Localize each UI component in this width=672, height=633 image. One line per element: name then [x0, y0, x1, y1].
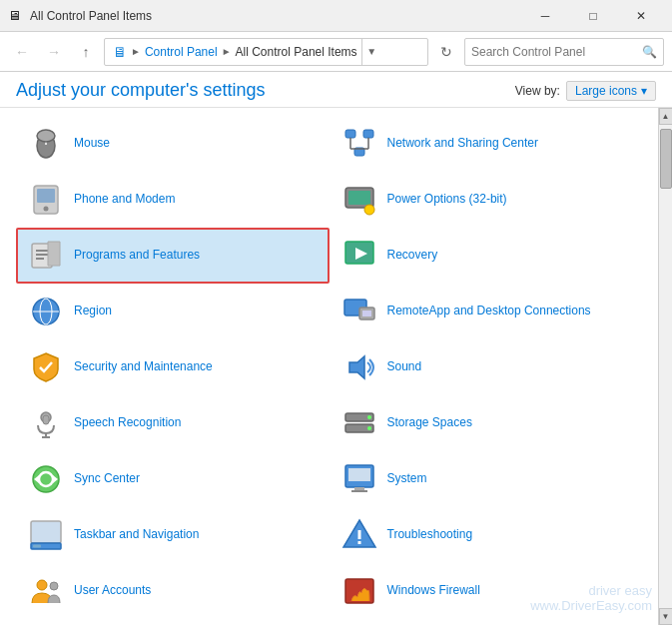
svg-rect-17 — [36, 250, 48, 252]
close-button[interactable]: ✕ — [618, 0, 664, 32]
cp-item-label-speech-recognition: Speech Recognition — [74, 415, 181, 431]
cp-item-icon-recovery — [339, 236, 379, 276]
cp-item-programs-features[interactable]: Programs and Features — [16, 228, 330, 284]
cp-item-icon-speech-recognition — [26, 403, 66, 443]
cp-item-label-network-sharing: Network and Sharing Center — [387, 136, 538, 152]
breadcrumb-control-panel[interactable]: Control Panel — [145, 45, 218, 59]
cp-item-icon-remoteapp — [339, 292, 379, 331]
svg-point-12 — [44, 207, 49, 212]
page-title: Adjust your computer's settings — [16, 80, 266, 101]
cp-item-label-power-options: Power Options (32-bit) — [387, 192, 507, 208]
cp-item-user-accounts[interactable]: User Accounts — [16, 563, 330, 619]
cp-item-icon-phone-modem — [26, 180, 66, 220]
view-mode-dropdown[interactable]: Large icons ▾ — [566, 81, 656, 101]
search-submit-button[interactable]: 🔍 — [635, 39, 663, 65]
svg-rect-42 — [348, 468, 370, 481]
svg-rect-49 — [357, 530, 360, 539]
cp-item-taskbar-navigation[interactable]: Taskbar and Navigation — [16, 507, 330, 563]
view-mode-arrow: ▾ — [641, 84, 647, 98]
svg-point-2 — [37, 130, 55, 142]
breadcrumb-dropdown[interactable]: ▼ — [361, 38, 381, 66]
cp-item-label-region: Region — [74, 304, 112, 319]
search-box: 🔍 — [464, 38, 664, 66]
cp-item-icon-sync-center — [26, 459, 66, 499]
window-title: All Control Panel Items — [30, 9, 522, 23]
cp-item-speech-recognition[interactable]: Speech Recognition — [16, 395, 330, 451]
breadcrumb: 🖥 ► Control Panel ► All Control Panel It… — [104, 38, 428, 66]
cp-item-label-phone-modem: Phone and Modem — [74, 192, 175, 208]
breadcrumb-all-items[interactable]: All Control Panel Items — [236, 45, 357, 59]
svg-rect-28 — [362, 311, 371, 316]
cp-item-windows-to-go[interactable]: Windows To Go — [16, 619, 330, 625]
cp-item-recovery[interactable]: Recovery — [330, 228, 643, 284]
svg-rect-14 — [348, 191, 370, 205]
up-button[interactable]: ↑ — [72, 38, 100, 66]
cp-item-icon-taskbar-navigation — [26, 515, 66, 555]
cp-item-label-security-maintenance: Security and Maintenance — [74, 359, 213, 375]
cp-item-region[interactable]: Region — [16, 284, 330, 339]
cp-item-icon-power-options — [339, 180, 379, 220]
cp-item-phone-modem[interactable]: Phone and Modem — [16, 172, 330, 228]
cp-item-icon-storage-spaces — [339, 403, 379, 443]
svg-rect-3 — [345, 130, 355, 138]
cp-item-label-storage-spaces: Storage Spaces — [387, 415, 472, 431]
back-button[interactable]: ← — [8, 38, 36, 66]
maximize-button[interactable]: □ — [570, 0, 616, 32]
cp-item-icon-network-sharing — [339, 124, 379, 164]
scroll-up-button[interactable]: ▲ — [659, 108, 673, 125]
cp-item-icon-mouse — [26, 124, 66, 164]
svg-rect-47 — [33, 545, 41, 548]
svg-rect-45 — [31, 521, 61, 543]
cp-item-power-options[interactable]: Power Options (32-bit) — [330, 172, 643, 228]
cp-item-icon-windows-firewall — [339, 571, 379, 611]
cp-item-icon-security-maintenance — [26, 347, 66, 387]
svg-point-15 — [364, 205, 374, 215]
cp-item-remoteapp[interactable]: RemoteApp and Desktop Connections — [330, 284, 643, 339]
cp-item-storage-spaces[interactable]: Storage Spaces — [330, 395, 643, 451]
svg-point-52 — [50, 582, 58, 590]
cp-item-icon-user-accounts — [26, 571, 66, 611]
cp-item-sync-center[interactable]: Sync Center — [16, 451, 330, 507]
content-header: Adjust your computer's settings View by:… — [0, 72, 672, 108]
scrollbar[interactable]: ▲ ▼ — [658, 108, 672, 625]
svg-point-36 — [367, 415, 371, 419]
cp-item-work-folders[interactable]: Work Folders — [330, 619, 643, 625]
app-icon: 🖥 — [8, 8, 24, 24]
svg-rect-43 — [354, 487, 364, 490]
cp-item-label-recovery: Recovery — [387, 248, 438, 264]
cp-item-troubleshooting[interactable]: Troubleshooting — [330, 507, 643, 563]
window-controls: ─ □ ✕ — [522, 0, 664, 32]
view-by-label: View by: — [515, 84, 560, 98]
cp-item-label-user-accounts: User Accounts — [74, 583, 151, 599]
svg-rect-50 — [357, 541, 360, 544]
cp-item-system[interactable]: System — [330, 451, 643, 507]
refresh-button[interactable]: ↻ — [432, 38, 460, 66]
cp-item-windows-firewall[interactable]: Windows Firewall — [330, 563, 643, 619]
svg-point-37 — [367, 426, 371, 430]
cp-item-network-sharing[interactable]: Network and Sharing Center — [330, 116, 643, 172]
cp-item-sound[interactable]: Sound — [330, 339, 643, 395]
svg-rect-44 — [351, 490, 367, 492]
svg-rect-11 — [37, 189, 55, 203]
items-grid: MouseNetwork and Sharing CenterPhone and… — [0, 108, 658, 625]
cp-item-label-taskbar-navigation: Taskbar and Navigation — [74, 527, 199, 543]
scrollbar-thumb[interactable] — [660, 129, 672, 189]
scroll-down-button[interactable]: ▼ — [659, 608, 673, 625]
forward-button[interactable]: → — [40, 38, 68, 66]
cp-item-mouse[interactable]: Mouse — [16, 116, 330, 172]
svg-marker-29 — [349, 356, 364, 378]
search-input[interactable] — [465, 45, 635, 59]
svg-rect-4 — [363, 130, 373, 138]
address-bar: ← → ↑ 🖥 ► Control Panel ► All Control Pa… — [0, 32, 672, 72]
view-mode-label: Large icons — [575, 84, 637, 98]
svg-rect-18 — [36, 254, 48, 256]
cp-item-label-sound: Sound — [387, 359, 422, 375]
cp-item-security-maintenance[interactable]: Security and Maintenance — [16, 339, 330, 395]
cp-item-label-sync-center: Sync Center — [74, 471, 140, 487]
cp-item-label-windows-firewall: Windows Firewall — [387, 583, 480, 599]
minimize-button[interactable]: ─ — [522, 0, 568, 32]
svg-rect-19 — [36, 258, 44, 260]
main-content: MouseNetwork and Sharing CenterPhone and… — [0, 108, 672, 625]
cp-item-label-system: System — [387, 471, 427, 487]
cp-item-icon-programs-features — [26, 236, 66, 276]
